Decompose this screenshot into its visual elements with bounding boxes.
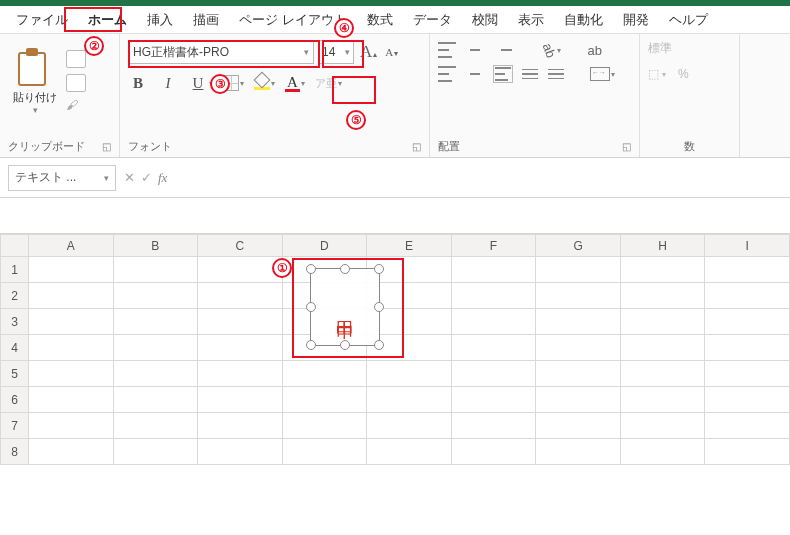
- resize-handle[interactable]: [340, 340, 350, 350]
- menu-automate[interactable]: 自動化: [554, 7, 613, 33]
- name-box[interactable]: テキスト ...▾: [8, 165, 116, 191]
- row-header-7[interactable]: 7: [1, 413, 29, 439]
- orientation-button[interactable]: ab▾: [542, 43, 561, 58]
- annotation-4: ④: [334, 18, 354, 38]
- group-alignment: ab▾ ab ▾ 配置 ◱: [430, 34, 640, 157]
- row-header-3[interactable]: 3: [1, 309, 29, 335]
- menu-file[interactable]: ファイル: [6, 7, 78, 33]
- ruby-icon: ア亜: [315, 76, 337, 91]
- merge-icon: [590, 67, 610, 81]
- menubar: ファイル ホーム 挿入 描画 ページ レイアウト 数式 データ 校閲 表示 自動…: [0, 6, 790, 34]
- ribbon: 貼り付け ▾ 🖌 クリップボード ◱ HG正楷書体-PRO▾: [0, 34, 790, 158]
- col-header-G[interactable]: G: [536, 235, 621, 257]
- resize-handle[interactable]: [374, 340, 384, 350]
- group-label-font: フォント: [128, 139, 172, 154]
- menu-formulas[interactable]: 数式: [357, 7, 403, 33]
- spacer: [0, 198, 790, 234]
- paste-icon[interactable]: [18, 48, 52, 88]
- decrease-font-icon[interactable]: A▾: [383, 44, 400, 60]
- menu-review[interactable]: 校閲: [462, 7, 508, 33]
- copy-icon[interactable]: [66, 74, 86, 92]
- annotation-5: ⑤: [346, 110, 366, 130]
- menu-developer[interactable]: 開発: [613, 7, 659, 33]
- fill-color-button[interactable]: ▾: [254, 76, 275, 90]
- italic-button[interactable]: I: [158, 72, 178, 94]
- annotation-2: ②: [84, 36, 104, 56]
- col-header-F[interactable]: F: [451, 235, 536, 257]
- resize-handle[interactable]: [374, 302, 384, 312]
- col-header-B[interactable]: B: [113, 235, 198, 257]
- row-header-4[interactable]: 4: [1, 335, 29, 361]
- decrease-indent-icon[interactable]: [522, 67, 538, 81]
- col-header-A[interactable]: A: [29, 235, 114, 257]
- menu-view[interactable]: 表示: [508, 7, 554, 33]
- paste-button[interactable]: 貼り付け: [13, 90, 57, 105]
- font-launcher[interactable]: ◱: [412, 141, 421, 152]
- group-label-align: 配置: [438, 139, 460, 154]
- annotation-1: ①: [272, 258, 292, 278]
- select-all-corner[interactable]: [1, 235, 29, 257]
- font-size-combo[interactable]: 14▾: [318, 40, 354, 64]
- textbox-shape[interactable]: 田中: [310, 268, 380, 346]
- worksheet[interactable]: A B C D E F G H I 1 2 3 4 5 6 7 8 田中 ①: [0, 234, 790, 465]
- col-header-H[interactable]: H: [620, 235, 705, 257]
- group-clipboard: 貼り付け ▾ 🖌 クリップボード ◱: [0, 34, 120, 157]
- group-number: 標準 ⬚▾ % 数: [640, 34, 740, 157]
- merge-button[interactable]: ▾: [590, 67, 615, 81]
- menu-help[interactable]: ヘルプ: [659, 7, 718, 33]
- bold-button[interactable]: B: [128, 72, 148, 94]
- accounting-button[interactable]: ⬚: [648, 67, 659, 81]
- formula-bar: テキスト ...▾ ✕ ✓ fx: [0, 158, 790, 198]
- menu-data[interactable]: データ: [403, 7, 462, 33]
- align-middle-icon[interactable]: [466, 42, 484, 58]
- row-header-2[interactable]: 2: [1, 283, 29, 309]
- resize-handle[interactable]: [306, 340, 316, 350]
- align-center-icon[interactable]: [466, 66, 484, 82]
- formula-input[interactable]: [175, 165, 782, 191]
- align-top-icon[interactable]: [438, 42, 456, 58]
- align-right-icon[interactable]: [494, 66, 512, 82]
- resize-handle[interactable]: [306, 264, 316, 274]
- resize-handle[interactable]: [374, 264, 384, 274]
- col-header-I[interactable]: I: [705, 235, 790, 257]
- resize-handle[interactable]: [306, 302, 316, 312]
- number-format-combo[interactable]: 標準: [648, 40, 672, 57]
- fill-icon: [254, 76, 270, 90]
- menu-draw[interactable]: 描画: [183, 7, 229, 33]
- cancel-edit-icon[interactable]: ✕: [124, 170, 135, 185]
- row-header-6[interactable]: 6: [1, 387, 29, 413]
- group-label-clipboard: クリップボード: [8, 139, 85, 154]
- row-header-5[interactable]: 5: [1, 361, 29, 387]
- textbox-text[interactable]: 田中: [311, 269, 379, 345]
- confirm-edit-icon[interactable]: ✓: [141, 170, 152, 185]
- paste-dropdown[interactable]: ▾: [33, 105, 38, 115]
- increase-indent-icon[interactable]: [548, 67, 564, 81]
- orientation-icon: ab: [540, 41, 559, 60]
- font-color-button[interactable]: A▾: [285, 75, 305, 92]
- align-bottom-icon[interactable]: [494, 42, 512, 58]
- resize-handle[interactable]: [340, 264, 350, 274]
- menu-home[interactable]: ホーム: [78, 7, 137, 33]
- align-left-icon[interactable]: [438, 66, 456, 82]
- fx-icon[interactable]: fx: [158, 170, 167, 186]
- increase-font-icon[interactable]: A▴: [358, 40, 379, 64]
- font-color-icon: A: [285, 75, 300, 92]
- col-header-D[interactable]: D: [282, 235, 367, 257]
- menu-insert[interactable]: 挿入: [137, 7, 183, 33]
- align-launcher[interactable]: ◱: [622, 141, 631, 152]
- group-label-number: 数: [684, 139, 695, 154]
- row-header-1[interactable]: 1: [1, 257, 29, 283]
- phonetic-button[interactable]: ア亜▾: [315, 76, 342, 91]
- annotation-3: ③: [210, 74, 230, 94]
- col-header-E[interactable]: E: [367, 235, 452, 257]
- col-header-C[interactable]: C: [198, 235, 283, 257]
- font-name-combo[interactable]: HG正楷書体-PRO▾: [128, 40, 314, 64]
- group-font: HG正楷書体-PRO▾ 14▾ A▴ A▾ B I U▾ ▾ ▾ A▾ ア亜▾: [120, 34, 430, 157]
- format-painter-icon[interactable]: 🖌: [66, 98, 86, 118]
- percent-button[interactable]: %: [678, 67, 689, 81]
- row-header-8[interactable]: 8: [1, 439, 29, 465]
- cut-icon[interactable]: [66, 50, 86, 68]
- wrap-text-button[interactable]: ab: [587, 43, 601, 58]
- clipboard-launcher[interactable]: ◱: [102, 141, 111, 152]
